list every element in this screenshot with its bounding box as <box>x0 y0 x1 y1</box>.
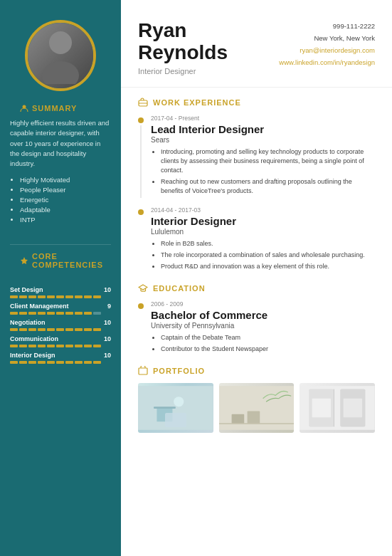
bar-segment <box>84 345 92 347</box>
contact-block: 999-111-2222 New York, New York ryan@int… <box>279 20 375 68</box>
competency-label: Interior Design10 <box>10 352 111 359</box>
svg-marker-6 <box>139 285 147 290</box>
svg-point-11 <box>174 397 184 406</box>
svg-point-1 <box>42 61 79 84</box>
job-bullets: Introducing, promoting and selling key t… <box>151 147 375 196</box>
bar-segment <box>75 312 83 315</box>
bar-segment <box>84 312 92 315</box>
bar-segment <box>28 295 36 298</box>
graduation-icon <box>138 283 148 293</box>
summary-title: SUMMARY <box>10 104 111 112</box>
bar-segment <box>28 345 36 347</box>
bar-segment <box>19 328 27 331</box>
svg-rect-21 <box>344 399 362 417</box>
job-title: Interior Designer <box>138 67 228 75</box>
person-icon <box>20 104 28 112</box>
competency-bar <box>10 312 111 315</box>
competency-label: Set Design10 <box>10 286 111 293</box>
sidebar-divider <box>10 244 111 245</box>
competencies-container: Set Design10Client Management9Negotiatio… <box>0 286 121 368</box>
summary-section: SUMMARY Highly efficient results driven … <box>0 104 121 226</box>
bullet-item: The role incorporated a combination of s… <box>161 251 375 260</box>
linkedin[interactable]: www.linkedin.com/in/ryandesign <box>279 56 375 68</box>
competency-bar <box>10 328 111 331</box>
svg-rect-7 <box>139 368 147 374</box>
job-company: Lululemon <box>151 228 375 236</box>
bar-segment <box>19 312 27 315</box>
bullet-item: Product R&D and innovation was a key ele… <box>161 262 375 271</box>
competencies-section: CORE COMPETENCIES <box>0 252 121 275</box>
bullet-item: Contributor to the Student Newspaper <box>161 345 375 354</box>
bar-segment <box>38 345 46 347</box>
competency-item: Client Management9 <box>0 303 121 315</box>
timeline-dot <box>138 303 144 309</box>
competency-item: Set Design10 <box>0 286 121 298</box>
bar-segment <box>93 345 101 347</box>
bar-segment <box>84 295 92 298</box>
job-company: Sears <box>151 136 375 144</box>
bar-segment <box>10 312 18 315</box>
timeline-item: 2014-04 - 2017-03Interior DesignerLulule… <box>138 206 375 273</box>
bar-segment <box>56 295 64 298</box>
bar-segment <box>38 361 46 364</box>
timeline-dot <box>138 209 144 215</box>
location: New York, New York <box>279 32 375 44</box>
avatar <box>25 20 96 91</box>
traits-list: Highly MotivatedPeople PleaserEnergeticA… <box>10 176 111 224</box>
work-experience-title: WORK EXPERIENCE <box>138 98 375 107</box>
bar-segment <box>75 328 83 331</box>
name-block: Ryan Reynolds Interior Designer <box>138 20 228 75</box>
bar-segment <box>65 295 73 298</box>
trait-item: INTP <box>20 216 111 224</box>
portfolio-icon <box>138 366 148 376</box>
svg-rect-14 <box>247 411 260 424</box>
bullet-item: Introducing, promoting and selling key t… <box>161 147 375 175</box>
edu-bullets: Captain of the Debate TeamContributor to… <box>151 333 375 354</box>
bar-segment <box>56 345 64 347</box>
full-name: Ryan Reynolds <box>138 20 228 64</box>
job-bullets: Role in B2B sales.The role incorporated … <box>151 239 375 271</box>
bar-segment <box>38 295 46 298</box>
svg-marker-3 <box>21 257 28 264</box>
education-item: 2006 - 2009Bachelor of CommerceUniversit… <box>138 300 375 356</box>
phone: 999-111-2222 <box>279 20 375 32</box>
main-sections: WORK EXPERIENCE 2017-04 - PresentLead In… <box>121 88 392 443</box>
bar-segment <box>93 312 101 315</box>
bar-segment <box>93 361 101 364</box>
svg-rect-13 <box>231 414 244 424</box>
bar-segment <box>19 345 27 347</box>
job-title: Interior Designer <box>151 215 375 227</box>
edu-institution: University of Pennsylvania <box>151 322 375 330</box>
bar-segment <box>56 328 64 331</box>
jobs-container: 2017-04 - PresentLead Interior DesignerS… <box>138 115 375 273</box>
bar-segment <box>47 361 55 364</box>
competency-item: Interior Design10 <box>0 352 121 364</box>
bar-segment <box>10 295 18 298</box>
bar-segment <box>10 328 18 331</box>
svg-rect-9 <box>157 408 172 421</box>
main-content: Ryan Reynolds Interior Designer 999-111-… <box>121 0 392 556</box>
bar-segment <box>84 328 92 331</box>
edu-date: 2006 - 2009 <box>151 300 375 308</box>
portfolio-image-3 <box>300 383 375 433</box>
bar-segment <box>10 345 18 347</box>
bar-segment <box>65 312 73 315</box>
briefcase-icon <box>138 98 148 107</box>
bar-segment <box>56 361 64 364</box>
competency-item: Negotiation10 <box>0 319 121 331</box>
bar-segment <box>10 361 18 364</box>
bar-segment <box>65 345 73 347</box>
summary-text: Highly efficient results driven and capa… <box>10 118 111 169</box>
bar-segment <box>75 295 83 298</box>
bar-segment <box>93 328 101 331</box>
bar-segment <box>65 328 73 331</box>
bullet-item: Captain of the Debate Team <box>161 333 375 342</box>
portfolio-row <box>138 383 375 433</box>
bar-segment <box>75 361 83 364</box>
bar-segment <box>65 361 73 364</box>
portfolio-title: PORTFOLIO <box>138 366 375 376</box>
competency-bar <box>10 345 111 347</box>
edu-degree: Bachelor of Commerce <box>151 309 375 321</box>
education-title: EDUCATION <box>138 283 375 293</box>
email[interactable]: ryan@interiordesign.com <box>279 44 375 56</box>
